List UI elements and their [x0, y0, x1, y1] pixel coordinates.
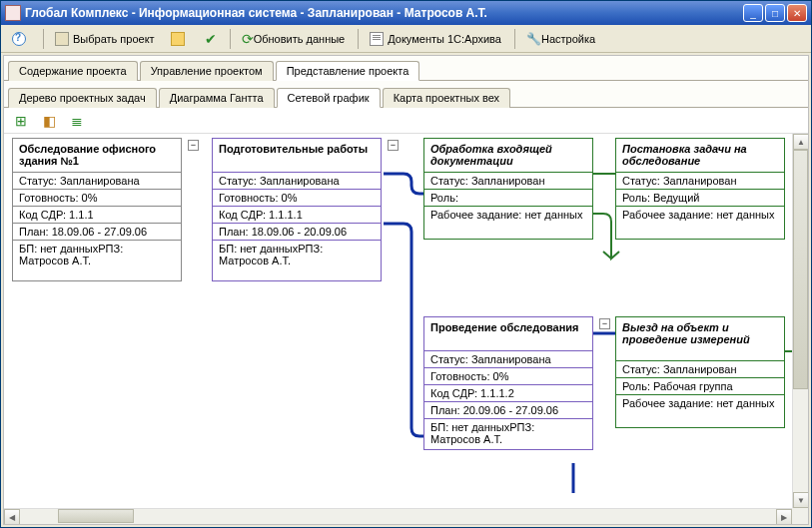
node-plan-dates: План: 18.09.06 - 27.09.06: [13, 224, 181, 241]
collapse-toggle[interactable]: −: [188, 140, 199, 151]
expand-all-button[interactable]: ⊞: [10, 110, 32, 132]
node-title: Обследование офисного здания №1: [13, 139, 181, 173]
apply-button[interactable]: ✔: [198, 28, 224, 50]
node-title: Обработка входящей документации: [424, 139, 592, 173]
scroll-down-button[interactable]: ▼: [793, 492, 808, 508]
node-title: Постановка задачи на обследование: [616, 139, 784, 173]
settings-button[interactable]: 🔧 Настройка: [519, 28, 602, 50]
tab-project-manage[interactable]: Управление проектом: [140, 61, 274, 81]
documents-icon: [370, 32, 384, 46]
node-bp-rpz: БП: нет данныхРПЗ: Матросов А.Т.: [13, 241, 181, 280]
horizontal-scrollbar[interactable]: ◀ ▶: [4, 508, 792, 524]
tab-project-view[interactable]: Представление проекта: [276, 61, 420, 81]
main-toolbar: Выбрать проект ✔ ⟳ Обновить данные Докум…: [1, 25, 811, 53]
task-node-task-statement[interactable]: Постановка задачи на обследование Статус…: [615, 138, 785, 240]
select-project-label: Выбрать проект: [73, 33, 155, 45]
titlebar: Глобал Комплекс - Информационная система…: [1, 1, 811, 25]
legend-button[interactable]: ≣: [66, 110, 88, 132]
node-work-task: Рабочее задание: нет данных: [616, 207, 784, 239]
hscroll-thumb[interactable]: [58, 509, 134, 523]
client-area: Содержание проекта Управление проектом П…: [3, 55, 809, 525]
node-sbs-code: Код СДР: 1.1.1.1: [213, 207, 381, 224]
node-status: Статус: Запланирована: [213, 173, 381, 190]
scroll-left-button[interactable]: ◀: [4, 509, 20, 524]
scroll-corner: [792, 508, 808, 524]
help-icon: [12, 32, 26, 46]
task-node-survey-building[interactable]: Обследование офисного здания №1 Статус: …: [12, 138, 182, 281]
node-title: Выезд на объект и проведение измерений: [616, 317, 784, 361]
toolbar-separator: [514, 29, 515, 49]
scroll-up-button[interactable]: ▲: [793, 134, 808, 150]
node-bp-rpz: БП: нет данныхРПЗ: Матросов А.Т.: [424, 419, 592, 449]
node-role: Роль:: [424, 190, 592, 207]
task-node-site-visit[interactable]: Выезд на объект и проведение измерений С…: [615, 316, 785, 428]
node-plan-dates: План: 18.09.06 - 20.09.06: [213, 224, 381, 241]
documents-label: Документы 1С:Архива: [388, 33, 501, 45]
close-button[interactable]: ✕: [787, 4, 807, 22]
tab-milestones[interactable]: Карта проектных вех: [383, 88, 510, 108]
collapse-toggle[interactable]: −: [388, 140, 399, 151]
node-readiness: Готовность: 0%: [424, 368, 592, 385]
task-node-prep-works[interactable]: Подготовительные работы Статус: Запланир…: [212, 138, 382, 281]
node-role: Роль: Рабочая группа: [616, 378, 784, 395]
node-status: Статус: Запланирован: [616, 173, 784, 190]
node-readiness: Готовность: 0%: [213, 190, 381, 207]
scroll-right-button[interactable]: ▶: [776, 509, 792, 524]
hscroll-track[interactable]: [20, 509, 776, 524]
settings-label: Настройка: [541, 33, 595, 45]
node-role: Роль: Ведущий: [616, 190, 784, 207]
toolbar-separator: [358, 29, 359, 49]
tab-gantt[interactable]: Диаграмма Гантта: [159, 88, 275, 108]
diagram-viewport: Обследование офисного здания №1 Статус: …: [4, 134, 808, 524]
node-work-task: Рабочее задание: нет данных: [424, 207, 592, 239]
wrench-icon: 🔧: [526, 32, 541, 46]
node-plan-dates: План: 20.09.06 - 27.09.06: [424, 402, 592, 419]
refresh-label: Обновить данные: [254, 33, 346, 45]
app-icon: [5, 5, 21, 21]
node-bp-rpz: БП: нет данныхРПЗ: Матросов А.Т.: [213, 241, 381, 280]
help-button[interactable]: [5, 28, 37, 50]
toolbar-separator: [43, 29, 44, 49]
node-sbs-code: Код СДР: 1.1.1.2: [424, 385, 592, 402]
open-folder-button[interactable]: [164, 28, 196, 50]
window-title: Глобал Комплекс - Информационная система…: [25, 6, 741, 20]
node-work-task: Рабочее задание: нет данных: [616, 395, 784, 427]
node-title: Подготовительные работы: [213, 139, 381, 173]
tab-network[interactable]: Сетевой график: [277, 88, 381, 108]
sub-tabstrip: Дерево проектных задач Диаграмма Гантта …: [4, 81, 808, 108]
view-mode-button[interactable]: ◧: [38, 110, 60, 132]
task-node-incoming-docs[interactable]: Обработка входящей документации Статус: …: [423, 138, 593, 240]
view-toolbar: ⊞ ◧ ≣: [4, 108, 808, 134]
node-readiness: Готовность: 0%: [13, 190, 181, 207]
node-title: Проведение обследования: [424, 317, 592, 351]
tab-project-content[interactable]: Содержание проекта: [8, 61, 138, 81]
vertical-scrollbar[interactable]: ▲ ▼: [792, 134, 808, 508]
diagram-canvas[interactable]: Обследование офисного здания №1 Статус: …: [4, 134, 793, 493]
vscroll-thumb[interactable]: [793, 150, 808, 389]
node-status: Статус: Запланирован: [616, 361, 784, 378]
node-status: Статус: Запланирован: [424, 173, 592, 190]
main-tabstrip: Содержание проекта Управление проектом П…: [4, 56, 808, 81]
open-folder-icon: [171, 32, 185, 46]
select-project-button[interactable]: Выбрать проект: [48, 28, 162, 50]
vscroll-track[interactable]: [793, 150, 808, 492]
check-icon: ✔: [205, 32, 217, 46]
task-node-conduct-survey[interactable]: Проведение обследования Статус: Запланир…: [423, 316, 593, 450]
node-status: Статус: Запланирована: [424, 351, 592, 368]
collapse-toggle[interactable]: −: [599, 318, 610, 329]
documents-button[interactable]: Документы 1С:Архива: [363, 28, 508, 50]
node-sbs-code: Код СДР: 1.1.1: [13, 207, 181, 224]
tab-task-tree[interactable]: Дерево проектных задач: [8, 88, 157, 108]
refresh-button[interactable]: ⟳ Обновить данные: [235, 28, 353, 50]
refresh-icon: ⟳: [242, 32, 254, 46]
node-status: Статус: Запланирована: [13, 173, 181, 190]
maximize-button[interactable]: □: [765, 4, 785, 22]
project-icon: [55, 32, 69, 46]
minimize-button[interactable]: _: [743, 4, 763, 22]
toolbar-separator: [230, 29, 231, 49]
